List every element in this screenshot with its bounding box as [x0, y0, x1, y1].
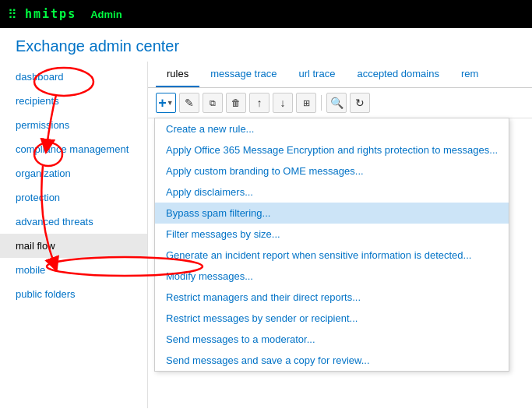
dropdown-bypass-spam[interactable]: Bypass spam filtering... — [155, 203, 509, 224]
delete-icon: 🗑 — [231, 97, 241, 108]
move-up-button[interactable]: ↑ — [249, 93, 270, 113]
main-layout: dashboard recipients permissions complia… — [0, 62, 532, 408]
plus-icon: + — [158, 95, 167, 111]
dropdown-restrict-by-sender[interactable]: Restrict messages by sender or recipient… — [155, 308, 509, 329]
tab-rules[interactable]: rules — [156, 62, 199, 87]
dropdown-send-to-moderator[interactable]: Send messages to a moderator... — [155, 329, 509, 350]
edit-icon: ✎ — [185, 97, 194, 109]
copy-button[interactable]: ⧉ — [203, 93, 223, 113]
copy-icon: ⧉ — [210, 98, 216, 108]
dropdown-restrict-managers[interactable]: Restrict managers and their direct repor… — [155, 287, 509, 308]
tab-accepted-domains[interactable]: accepted domains — [346, 62, 450, 87]
down-arrow-icon: ↓ — [280, 97, 286, 109]
sidebar-item-advanced-threats[interactable]: advanced threats — [0, 210, 147, 234]
sidebar-item-permissions[interactable]: permissions — [0, 113, 147, 137]
dropdown-send-save-copy[interactable]: Send messages and save a copy for review… — [155, 350, 509, 371]
sidebar-item-organization[interactable]: organization — [0, 161, 147, 185]
sidebar-item-dashboard[interactable]: dashboard — [0, 65, 147, 89]
top-bar: ⠿ hmitps Admin — [0, 0, 532, 28]
refresh-button[interactable]: ↻ — [350, 93, 370, 113]
grid-view-icon: ⊞ — [303, 98, 310, 108]
dropdown-modify-messages[interactable]: Modify messages... — [155, 266, 509, 287]
add-button[interactable]: + ▼ — [156, 93, 176, 113]
search-icon: 🔍 — [330, 97, 344, 109]
refresh-icon: ↻ — [355, 97, 365, 109]
dropdown-arrow-icon: ▼ — [167, 99, 174, 107]
sidebar-item-mail-flow[interactable]: mail flow — [0, 234, 147, 258]
edit-button[interactable]: ✎ — [179, 93, 199, 113]
admin-label: Admin — [90, 9, 122, 20]
delete-button[interactable]: 🗑 — [226, 93, 246, 113]
app-logo: hmitps — [25, 7, 76, 21]
dropdown-filter-by-size[interactable]: Filter messages by size... — [155, 224, 509, 245]
tab-nav: rules message trace url trace accepted d… — [148, 62, 532, 88]
content-area: rules message trace url trace accepted d… — [148, 62, 532, 408]
move-down-button[interactable]: ↓ — [273, 93, 293, 113]
sidebar: dashboard recipients permissions complia… — [0, 62, 148, 408]
tab-url-trace[interactable]: url trace — [287, 62, 346, 87]
sidebar-item-recipients[interactable]: recipients — [0, 89, 147, 113]
up-arrow-icon: ↑ — [257, 97, 262, 109]
dropdown-custom-branding[interactable]: Apply custom branding to OME messages... — [155, 160, 509, 182]
grid-icon: ⠿ — [8, 7, 17, 22]
tab-message-trace[interactable]: message trace — [199, 62, 287, 87]
dropdown-apply-disclaimers[interactable]: Apply disclaimers... — [155, 182, 509, 203]
tab-remote[interactable]: rem — [450, 62, 489, 87]
toolbar: + ▼ ✎ ⧉ 🗑 ↑ ↓ ⊞ 🔍 — [148, 88, 532, 118]
sidebar-item-public-folders[interactable]: public folders — [0, 282, 147, 306]
sidebar-item-compliance[interactable]: compliance management — [0, 137, 147, 161]
toolbar-separator — [321, 95, 322, 111]
dropdown-create-rule[interactable]: Create a new rule... — [155, 118, 509, 139]
page-title: Exchange admin center — [0, 28, 532, 62]
grid-view-button[interactable]: ⊞ — [296, 93, 316, 113]
dropdown-office365-encryption[interactable]: Apply Office 365 Message Encryption and … — [155, 139, 509, 160]
dropdown-menu: Create a new rule... Apply Office 365 Me… — [154, 118, 509, 372]
sidebar-item-protection[interactable]: protection — [0, 185, 147, 210]
sidebar-item-mobile[interactable]: mobile — [0, 258, 147, 282]
search-button[interactable]: 🔍 — [326, 93, 347, 113]
dropdown-generate-incident[interactable]: Generate an incident report when sensiti… — [155, 245, 509, 266]
